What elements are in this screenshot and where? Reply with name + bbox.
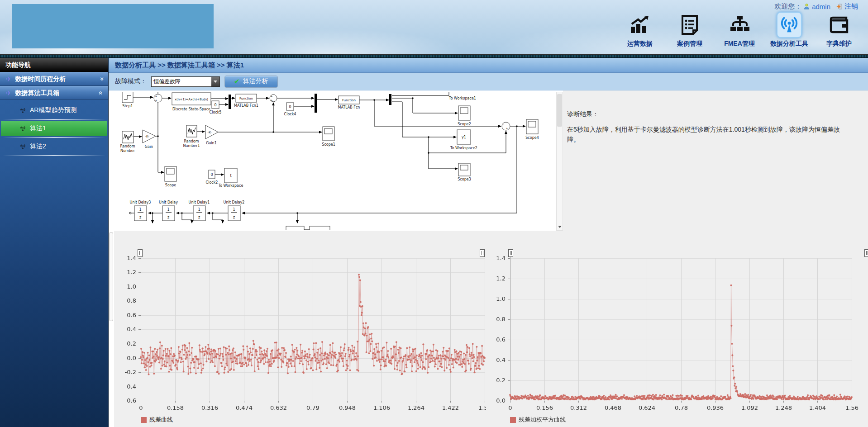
chevron-up-icon: « — [97, 91, 105, 95]
diagnosis-panel: 诊断结果： 在5秒加入故障，利用基于卡尔曼滤波器的模型诊断方法在1.001秒检测… — [563, 90, 868, 231]
analyze-button[interactable]: ✔ 算法分析 — [224, 76, 278, 88]
block-unit-delay1: Unit Delay1 1 z — [189, 200, 210, 221]
sidebar-item-label: 算法2 — [30, 142, 46, 151]
block-gain1: -K- Gain1 — [205, 125, 218, 145]
sidebar-submenu: AR模型趋势预测 算法1 算法2 — [0, 100, 108, 156]
diagnosis-title: 诊断结果： — [567, 110, 850, 119]
sidebar-item-algorithm1[interactable]: 算法1 — [1, 121, 107, 136]
svg-text:Gain: Gain — [145, 145, 153, 149]
block-sum3: -+ — [502, 122, 510, 130]
nav-item-data-analysis-tools[interactable]: 数据分析工具 — [768, 12, 811, 48]
svg-text:Scope4: Scope4 — [525, 136, 539, 140]
antenna-icon — [20, 108, 26, 114]
svg-text:Number1: Number1 — [183, 144, 200, 148]
svg-text:z: z — [139, 215, 141, 219]
analyze-button-label: 算法分析 — [243, 77, 268, 85]
main-content: Step1 ++ x(n+1)=Ax(n)+Bu(n) Discrete Sta… — [109, 90, 868, 427]
separator — [3, 119, 105, 120]
check-icon: ✔ — [234, 77, 240, 85]
chart-handle-icon[interactable] — [138, 249, 143, 257]
scrollbar-down-arrow[interactable] — [557, 223, 563, 230]
svg-text:Step1: Step1 — [122, 104, 133, 108]
sidebar: 功能导航 ✈ 数据时间历程分析 « ✈ 数据算法工具箱 « AR模型趋势预测 — [0, 58, 109, 427]
svg-text:Clock2: Clock2 — [206, 180, 218, 185]
chart-legend: 残差曲线 — [141, 416, 173, 424]
nav-label: 数据分析工具 — [770, 40, 808, 48]
sidebar-item-ar-model[interactable]: AR模型趋势预测 — [0, 103, 108, 118]
bar-chart-trend-icon — [627, 12, 653, 38]
block-sum2: ++ — [270, 95, 277, 102]
logout-icon — [836, 3, 843, 10]
simulink-model-diagram: Step1 ++ x(n+1)=Ax(n)+Bu(n) Discrete Sta… — [114, 92, 556, 230]
plane-icon: ✈ — [6, 89, 12, 97]
svg-text:t: t — [230, 174, 231, 178]
chart-residual-curve: 残差曲线 — [114, 247, 486, 427]
antenna-icon — [20, 144, 26, 150]
scrollbar-thumb[interactable] — [557, 94, 562, 127]
document-list-icon — [677, 12, 702, 38]
svg-text:MATLAB Fcn: MATLAB Fcn — [338, 105, 360, 109]
block-matlab-fcn: Function MATLAB Fcn — [338, 96, 360, 109]
block-clock4: 0 Clock4 — [284, 103, 296, 116]
svg-text:1: 1 — [167, 208, 169, 212]
chart-handle-icon[interactable] — [864, 249, 868, 257]
nav-label: 字典维护 — [826, 40, 852, 48]
separator — [3, 137, 105, 138]
svg-text:Clock4: Clock4 — [284, 112, 296, 116]
legend-label: 残差曲线 — [149, 416, 173, 424]
weighted-chart-canvas — [489, 247, 868, 413]
sidebar-item-algorithm2[interactable]: 算法2 — [0, 139, 108, 154]
block-scope3: Scope3 — [458, 163, 471, 181]
sidebar-group-label: 数据时间历程分析 — [15, 75, 66, 83]
svg-text:Scope3: Scope3 — [458, 177, 471, 181]
svg-text:Clock5: Clock5 — [210, 110, 222, 114]
sidebar-title: 功能导航 — [0, 58, 108, 72]
svg-text:1: 1 — [139, 208, 141, 212]
username[interactable]: admin — [812, 3, 830, 10]
block-step1: Step1 — [122, 92, 133, 108]
antenna-icon — [20, 126, 26, 132]
svg-text:MATLAB Fcn1: MATLAB Fcn1 — [234, 104, 258, 108]
clipped-block — [310, 226, 330, 230]
user-icon — [803, 3, 810, 10]
fault-mode-select[interactable]: 恒偏差故障 — [151, 76, 220, 87]
block-scope4: Scope4 — [525, 119, 539, 140]
nav-item-fmea-management[interactable]: FMEA管理 — [718, 12, 761, 48]
legend-swatch — [510, 417, 516, 423]
nav-item-case-management[interactable]: 案例管理 — [668, 12, 711, 48]
block-sum1: ++ — [154, 94, 162, 102]
nav-item-dictionary-maintenance[interactable]: 字典维护 — [817, 12, 861, 48]
logo-placeholder — [12, 4, 214, 48]
svg-text:z: z — [167, 215, 169, 219]
chart-handle-icon[interactable] — [480, 249, 485, 257]
block-scope2: Scope2 — [458, 106, 471, 126]
svg-text:1: 1 — [198, 208, 200, 212]
block-random-number: Random Number — [120, 131, 135, 153]
content-scrollbar-thumb[interactable] — [109, 232, 113, 321]
select-arrow-icon[interactable] — [211, 77, 219, 86]
sidebar-group-time-history[interactable]: ✈ 数据时间历程分析 « — [0, 72, 108, 86]
clipped-block — [286, 226, 304, 230]
chart-handle-icon[interactable] — [508, 249, 513, 257]
svg-text:Unit Delay1: Unit Delay1 — [189, 200, 210, 204]
chevron-down-icon: « — [97, 77, 105, 81]
svg-text:+: + — [270, 95, 272, 98]
app-screen: 欢迎您： admin 注销 — [0, 0, 868, 427]
diagram-scrollbar[interactable] — [556, 92, 563, 231]
svg-text:y1: y1 — [462, 135, 466, 139]
logout-link[interactable]: 注销 — [844, 2, 858, 11]
main-nav: 运营数据 案例管理 — [618, 12, 861, 48]
svg-text:x(n+1)=Ax(n)+Bu(n): x(n+1)=Ax(n)+Bu(n) — [175, 98, 208, 101]
nav-item-operation-data[interactable]: 运营数据 — [618, 12, 662, 48]
svg-text:+: + — [506, 127, 508, 130]
block-matlab-fcn1: Function MATLAB Fcn1 — [234, 94, 258, 108]
block-gain: -K- Gain — [143, 130, 156, 149]
svg-text:0: 0 — [210, 173, 213, 177]
svg-text:1: 1 — [233, 208, 235, 212]
svg-text:z: z — [198, 215, 200, 219]
svg-text:Scope1: Scope1 — [322, 142, 335, 147]
label-to-workspace1: To Workspace1 — [448, 96, 476, 100]
sidebar-group-algorithm-toolbox[interactable]: ✈ 数据算法工具箱 « — [0, 86, 108, 100]
sidebar-group-label: 数据算法工具箱 — [15, 89, 60, 97]
block-random-number1: Random Number1 — [183, 125, 200, 148]
